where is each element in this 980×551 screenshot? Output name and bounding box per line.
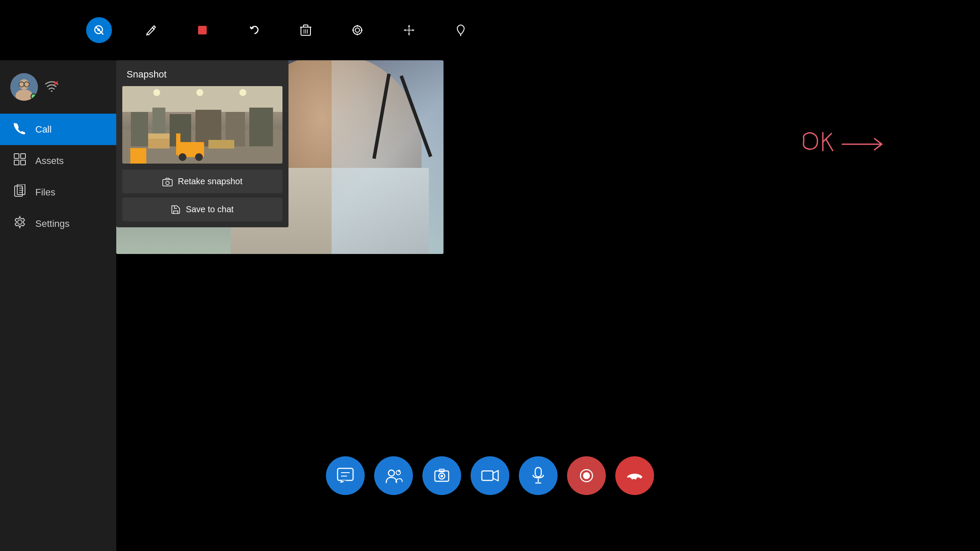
svg-rect-48 xyxy=(176,133,180,155)
sidebar-item-call-label: Call xyxy=(35,124,52,135)
svg-point-51 xyxy=(153,89,160,96)
svg-rect-46 xyxy=(249,108,273,146)
svg-rect-32 xyxy=(21,160,25,165)
svg-point-64 xyxy=(388,470,394,476)
svg-point-53 xyxy=(239,89,246,96)
sidebar-header xyxy=(0,65,69,114)
svg-rect-4 xyxy=(198,26,207,34)
svg-rect-30 xyxy=(21,154,25,158)
svg-rect-61 xyxy=(338,468,353,480)
svg-point-52 xyxy=(196,89,203,96)
svg-rect-73 xyxy=(535,467,541,477)
undo-button[interactable] xyxy=(241,17,267,43)
chat-button[interactable] xyxy=(326,456,365,495)
connection-icon xyxy=(45,80,59,95)
pin-button[interactable] xyxy=(448,17,474,43)
participants-button[interactable] xyxy=(374,456,413,495)
snapshot-title: Snapshot xyxy=(116,60,288,86)
video-button[interactable] xyxy=(471,456,509,495)
retake-snapshot-button[interactable]: Retake snapshot xyxy=(122,170,282,193)
svg-point-49 xyxy=(179,153,186,161)
avatar xyxy=(10,73,38,101)
svg-rect-72 xyxy=(482,471,493,480)
online-badge xyxy=(31,93,37,99)
toolbar xyxy=(86,17,474,43)
save-to-chat-label: Save to chat xyxy=(186,204,233,214)
svg-point-3 xyxy=(97,28,100,31)
svg-rect-41 xyxy=(131,112,148,146)
sidebar-item-assets[interactable]: Assets xyxy=(0,145,116,176)
svg-point-77 xyxy=(583,472,590,479)
ar-target-button[interactable] xyxy=(344,17,370,43)
svg-rect-56 xyxy=(208,140,234,149)
sidebar-item-settings-label: Settings xyxy=(35,218,70,229)
shape-tool-button[interactable] xyxy=(189,17,215,43)
pointer-tool-button[interactable] xyxy=(86,17,112,43)
sidebar-item-files[interactable]: Files xyxy=(0,176,116,208)
svg-rect-31 xyxy=(14,160,19,165)
svg-point-50 xyxy=(195,153,203,161)
annotation-area xyxy=(799,129,902,183)
svg-rect-55 xyxy=(148,133,170,139)
files-icon xyxy=(12,184,28,200)
pen-tool-button[interactable] xyxy=(138,17,164,43)
sidebar-item-assets-label: Assets xyxy=(35,155,64,167)
ok-annotation xyxy=(799,129,902,181)
svg-point-38 xyxy=(18,220,22,224)
sidebar-item-call[interactable]: Call xyxy=(0,114,116,145)
move-button[interactable] xyxy=(396,17,422,43)
settings-icon xyxy=(12,216,28,232)
call-icon xyxy=(12,121,28,137)
call-controls xyxy=(326,456,654,495)
svg-point-11 xyxy=(353,26,362,34)
svg-point-70 xyxy=(440,475,443,477)
delete-button[interactable] xyxy=(293,17,319,43)
sidebar-item-settings[interactable]: Settings xyxy=(0,208,116,239)
snapshot-image xyxy=(122,86,282,164)
save-to-chat-button[interactable]: Save to chat xyxy=(122,198,282,221)
svg-rect-29 xyxy=(14,154,19,158)
sidebar: Call Assets Files xyxy=(0,60,116,551)
retake-snapshot-label: Retake snapshot xyxy=(178,176,242,186)
end-call-button[interactable] xyxy=(615,456,654,495)
svg-point-26 xyxy=(51,90,53,92)
snapshot-panel: Snapshot xyxy=(116,60,288,227)
record-button[interactable] xyxy=(567,456,606,495)
svg-point-58 xyxy=(166,181,169,185)
svg-point-12 xyxy=(355,28,360,32)
microphone-button[interactable] xyxy=(519,456,558,495)
assets-icon xyxy=(12,153,28,169)
screenshot-button[interactable] xyxy=(422,456,461,495)
svg-rect-7 xyxy=(304,25,308,27)
sidebar-item-files-label: Files xyxy=(35,187,55,198)
svg-rect-54 xyxy=(148,138,170,149)
